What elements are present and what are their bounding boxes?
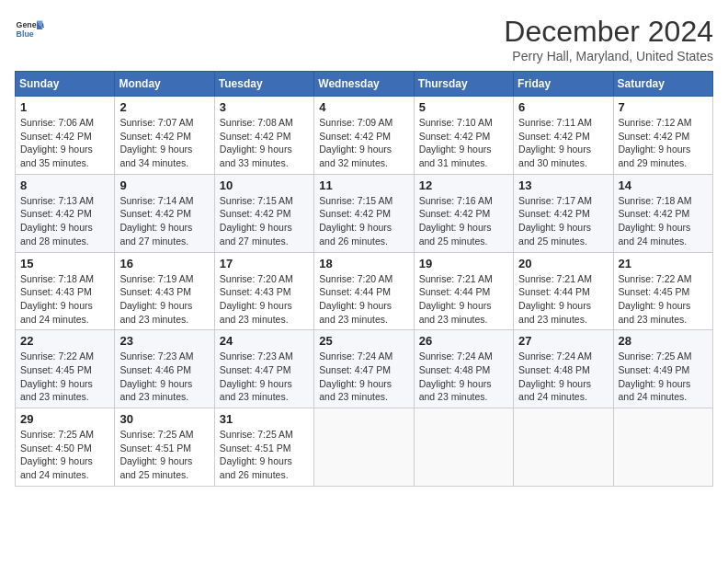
daylight-text: Daylight: 9 hours and 23 minutes.: [518, 300, 591, 325]
calendar-day-cell: 18 Sunrise: 7:20 AM Sunset: 4:44 PM Dayl…: [314, 252, 414, 330]
day-info: Sunrise: 7:18 AM Sunset: 4:43 PM Dayligh…: [20, 272, 109, 327]
sunrise-text: Sunrise: 7:15 AM: [220, 195, 293, 206]
day-number: 19: [419, 257, 508, 270]
daylight-text: Daylight: 9 hours and 24 minutes.: [518, 378, 591, 403]
sunset-text: Sunset: 4:42 PM: [20, 208, 92, 219]
day-number: 7: [619, 100, 708, 114]
title-block: December 2024 Perry Hall, Maryland, Unit…: [504, 15, 713, 63]
calendar-day-cell: 14 Sunrise: 7:18 AM Sunset: 4:42 PM Dayl…: [613, 174, 712, 252]
day-info: Sunrise: 7:25 AM Sunset: 4:50 PM Dayligh…: [20, 428, 109, 482]
calendar-day-cell: 23 Sunrise: 7:23 AM Sunset: 4:46 PM Dayl…: [115, 330, 214, 408]
sunrise-text: Sunrise: 7:24 AM: [518, 350, 592, 362]
sunrise-text: Sunrise: 7:17 AM: [518, 195, 592, 206]
day-info: Sunrise: 7:25 AM Sunset: 4:49 PM Dayligh…: [619, 350, 708, 404]
daylight-text: Daylight: 9 hours and 29 minutes.: [619, 144, 691, 168]
day-info: Sunrise: 7:25 AM Sunset: 4:51 PM Dayligh…: [119, 428, 209, 482]
daylight-text: Daylight: 9 hours and 31 minutes.: [419, 144, 492, 168]
calendar-day-cell: 24 Sunrise: 7:23 AM Sunset: 4:47 PM Dayl…: [214, 330, 313, 408]
calendar-day-cell: 19 Sunrise: 7:21 AM Sunset: 4:44 PM Dayl…: [414, 252, 513, 330]
daylight-text: Daylight: 9 hours and 23 minutes.: [119, 378, 192, 403]
day-info: Sunrise: 7:24 AM Sunset: 4:48 PM Dayligh…: [518, 350, 608, 404]
daylight-text: Daylight: 9 hours and 24 minutes.: [20, 455, 93, 480]
day-number: 10: [220, 178, 309, 192]
sunset-text: Sunset: 4:42 PM: [619, 131, 690, 142]
daylight-text: Daylight: 9 hours and 23 minutes.: [119, 300, 192, 325]
day-number: 31: [220, 412, 309, 426]
sunrise-text: Sunrise: 7:19 AM: [119, 273, 193, 284]
daylight-text: Daylight: 9 hours and 24 minutes.: [619, 378, 691, 403]
sunrise-text: Sunrise: 7:23 AM: [119, 350, 193, 362]
daylight-text: Daylight: 9 hours and 24 minutes.: [20, 300, 93, 325]
daylight-text: Daylight: 9 hours and 23 minutes.: [619, 300, 691, 325]
sunset-text: Sunset: 4:42 PM: [319, 131, 391, 142]
day-number: 6: [518, 100, 608, 114]
daylight-text: Daylight: 9 hours and 30 minutes.: [518, 144, 591, 168]
weekday-header-saturday: Saturday: [613, 72, 712, 97]
svg-text:Blue: Blue: [17, 29, 34, 39]
day-info: Sunrise: 7:13 AM Sunset: 4:42 PM Dayligh…: [20, 194, 109, 248]
daylight-text: Daylight: 9 hours and 25 minutes.: [518, 222, 591, 247]
sunrise-text: Sunrise: 7:25 AM: [20, 429, 94, 440]
sunset-text: Sunset: 4:50 PM: [20, 442, 92, 454]
sunrise-text: Sunrise: 7:13 AM: [20, 195, 94, 206]
empty-cell: [414, 408, 513, 487]
weekday-header-row: SundayMondayTuesdayWednesdayThursdayFrid…: [16, 72, 713, 97]
sunset-text: Sunset: 4:42 PM: [518, 208, 590, 219]
sunrise-text: Sunrise: 7:18 AM: [20, 273, 94, 284]
daylight-text: Daylight: 9 hours and 26 minutes.: [220, 455, 292, 480]
sunset-text: Sunset: 4:42 PM: [419, 208, 491, 219]
daylight-text: Daylight: 9 hours and 23 minutes.: [220, 300, 292, 325]
daylight-text: Daylight: 9 hours and 35 minutes.: [20, 144, 93, 168]
calendar-day-cell: 22 Sunrise: 7:22 AM Sunset: 4:45 PM Dayl…: [16, 330, 115, 408]
calendar-table: SundayMondayTuesdayWednesdayThursdayFrid…: [15, 71, 713, 487]
calendar-day-cell: 5 Sunrise: 7:10 AM Sunset: 4:42 PM Dayli…: [414, 97, 513, 175]
calendar-day-cell: 21 Sunrise: 7:22 AM Sunset: 4:45 PM Dayl…: [613, 252, 712, 330]
sunset-text: Sunset: 4:42 PM: [419, 131, 491, 142]
sunrise-text: Sunrise: 7:06 AM: [20, 117, 94, 128]
location: Perry Hall, Maryland, United States: [504, 49, 713, 63]
calendar-week-row: 15 Sunrise: 7:18 AM Sunset: 4:43 PM Dayl…: [16, 252, 713, 330]
sunset-text: Sunset: 4:44 PM: [518, 286, 590, 297]
calendar-day-cell: 31 Sunrise: 7:25 AM Sunset: 4:51 PM Dayl…: [214, 408, 313, 487]
day-number: 30: [119, 412, 209, 426]
logo-icon: General Blue: [15, 15, 44, 44]
sunset-text: Sunset: 4:43 PM: [20, 286, 92, 297]
weekday-header-friday: Friday: [514, 72, 613, 97]
sunset-text: Sunset: 4:48 PM: [518, 364, 590, 375]
sunrise-text: Sunrise: 7:20 AM: [319, 273, 392, 284]
calendar-day-cell: 30 Sunrise: 7:25 AM Sunset: 4:51 PM Dayl…: [115, 408, 214, 487]
calendar-day-cell: 26 Sunrise: 7:24 AM Sunset: 4:48 PM Dayl…: [414, 330, 513, 408]
day-number: 26: [419, 334, 508, 348]
sunrise-text: Sunrise: 7:10 AM: [419, 117, 493, 128]
sunset-text: Sunset: 4:43 PM: [220, 286, 291, 297]
daylight-text: Daylight: 9 hours and 28 minutes.: [20, 222, 93, 247]
sunrise-text: Sunrise: 7:20 AM: [220, 273, 293, 284]
sunset-text: Sunset: 4:51 PM: [119, 442, 191, 454]
daylight-text: Daylight: 9 hours and 23 minutes.: [319, 378, 392, 403]
sunrise-text: Sunrise: 7:24 AM: [419, 350, 493, 362]
day-number: 17: [220, 257, 309, 270]
calendar-week-row: 29 Sunrise: 7:25 AM Sunset: 4:50 PM Dayl…: [16, 408, 713, 487]
weekday-header-tuesday: Tuesday: [214, 72, 313, 97]
calendar-day-cell: 13 Sunrise: 7:17 AM Sunset: 4:42 PM Dayl…: [514, 174, 613, 252]
sunrise-text: Sunrise: 7:25 AM: [220, 429, 293, 440]
day-number: 12: [419, 178, 508, 192]
day-info: Sunrise: 7:21 AM Sunset: 4:44 PM Dayligh…: [419, 272, 508, 327]
day-number: 27: [518, 334, 608, 348]
day-number: 28: [619, 334, 708, 348]
day-info: Sunrise: 7:08 AM Sunset: 4:42 PM Dayligh…: [220, 116, 309, 170]
daylight-text: Daylight: 9 hours and 33 minutes.: [220, 144, 292, 168]
calendar-day-cell: 1 Sunrise: 7:06 AM Sunset: 4:42 PM Dayli…: [16, 97, 115, 175]
calendar-day-cell: 12 Sunrise: 7:16 AM Sunset: 4:42 PM Dayl…: [414, 174, 513, 252]
weekday-header-thursday: Thursday: [414, 72, 513, 97]
calendar-day-cell: 25 Sunrise: 7:24 AM Sunset: 4:47 PM Dayl…: [314, 330, 414, 408]
sunrise-text: Sunrise: 7:21 AM: [518, 273, 592, 284]
calendar-week-row: 1 Sunrise: 7:06 AM Sunset: 4:42 PM Dayli…: [16, 97, 713, 175]
day-info: Sunrise: 7:10 AM Sunset: 4:42 PM Dayligh…: [419, 116, 508, 170]
weekday-header-wednesday: Wednesday: [314, 72, 414, 97]
day-number: 9: [119, 178, 209, 192]
daylight-text: Daylight: 9 hours and 24 minutes.: [619, 222, 691, 247]
calendar-day-cell: 11 Sunrise: 7:15 AM Sunset: 4:42 PM Dayl…: [314, 174, 414, 252]
calendar-day-cell: 17 Sunrise: 7:20 AM Sunset: 4:43 PM Dayl…: [214, 252, 313, 330]
calendar-day-cell: 15 Sunrise: 7:18 AM Sunset: 4:43 PM Dayl…: [16, 252, 115, 330]
